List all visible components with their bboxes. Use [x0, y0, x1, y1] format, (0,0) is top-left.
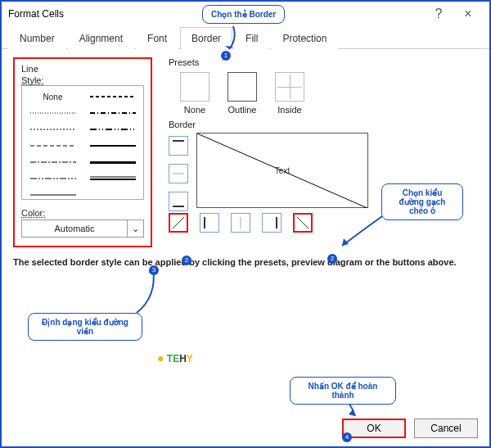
style-opt[interactable]	[85, 89, 140, 104]
border-bottom-button[interactable]	[169, 192, 188, 211]
style-opt[interactable]	[85, 171, 140, 186]
dialog-body: Line Style: None Color:	[2, 49, 489, 275]
chevron-down-icon: ⌄	[127, 220, 143, 237]
preset-inside-icon	[275, 72, 304, 102]
border-hmiddle-button[interactable]	[169, 164, 188, 183]
style-label: Style:	[21, 75, 144, 85]
svg-line-17	[173, 217, 184, 229]
preset-outline[interactable]: Outline	[226, 72, 259, 115]
cancel-button[interactable]: Cancel	[414, 419, 478, 438]
color-value: Automatic	[22, 220, 127, 237]
tab-alignment[interactable]: Alignment	[68, 27, 134, 49]
preset-none-icon	[180, 72, 209, 102]
tab-font[interactable]: Font	[136, 27, 178, 49]
preset-none[interactable]: None	[178, 72, 211, 115]
preset-outline-icon	[227, 72, 257, 102]
tehy-logo: ● TEHY	[157, 351, 193, 364]
style-opt[interactable]	[25, 138, 80, 153]
style-opt[interactable]	[85, 122, 140, 137]
border-diag-up-button[interactable]	[169, 213, 188, 233]
marker-3: 3	[149, 265, 159, 275]
style-opt[interactable]	[85, 188, 140, 202]
line-group: Line Style: None Color:	[13, 57, 152, 247]
style-opt[interactable]	[25, 155, 80, 170]
close-icon[interactable]: ×	[453, 7, 483, 21]
style-opt[interactable]	[25, 171, 80, 186]
line-heading: Line	[21, 64, 144, 74]
style-opt[interactable]	[25, 106, 80, 120]
marker-2: 2	[182, 256, 191, 265]
tab-number[interactable]: Number	[8, 27, 66, 49]
color-dropdown[interactable]: Automatic ⌄	[21, 219, 144, 238]
style-opt[interactable]	[25, 122, 80, 137]
border-left-button[interactable]	[200, 213, 219, 233]
border-preview[interactable]: Text	[196, 133, 368, 208]
help-icon[interactable]: ?	[424, 7, 453, 21]
border-vmiddle-button[interactable]	[231, 213, 250, 233]
tab-protection[interactable]: Protection	[271, 27, 338, 49]
callout-line-format: Định dạng kiểu đường viền	[28, 313, 142, 341]
tab-fill[interactable]: Fill	[234, 27, 269, 49]
svg-line-21	[297, 217, 309, 229]
callout-border-tab: Chọn thẻ Border	[202, 5, 285, 24]
border-right-button[interactable]	[262, 213, 282, 233]
color-label: Color:	[21, 208, 144, 218]
style-opt[interactable]	[85, 106, 140, 120]
border-heading: Border	[169, 120, 478, 129]
tab-strip: Number Alignment Font Border Fill Protec…	[2, 26, 489, 49]
callout-diagonal: Chọn kiểu đường gạch chéo ô	[381, 183, 463, 220]
marker-2b: 2	[327, 254, 337, 264]
style-none[interactable]: None	[25, 89, 80, 104]
style-opt[interactable]	[25, 188, 80, 202]
marker-4: 4	[342, 432, 352, 442]
line-style-list[interactable]: None	[21, 85, 144, 200]
presets-heading: Presets	[169, 57, 478, 67]
description-text: The selected border style can be applied…	[13, 257, 478, 267]
border-top-button[interactable]	[169, 136, 188, 156]
callout-ok: Nhấn OK để hoàn thành	[290, 377, 396, 405]
marker-1: 1	[221, 51, 231, 61]
dialog-footer: OK Cancel	[342, 419, 478, 438]
tab-border[interactable]: Border	[180, 27, 232, 49]
preview-text: Text	[275, 166, 290, 175]
style-opt[interactable]	[85, 155, 140, 170]
preset-inside[interactable]: Inside	[273, 72, 306, 115]
style-opt[interactable]	[85, 138, 140, 153]
border-diag-down-button[interactable]	[293, 213, 313, 233]
